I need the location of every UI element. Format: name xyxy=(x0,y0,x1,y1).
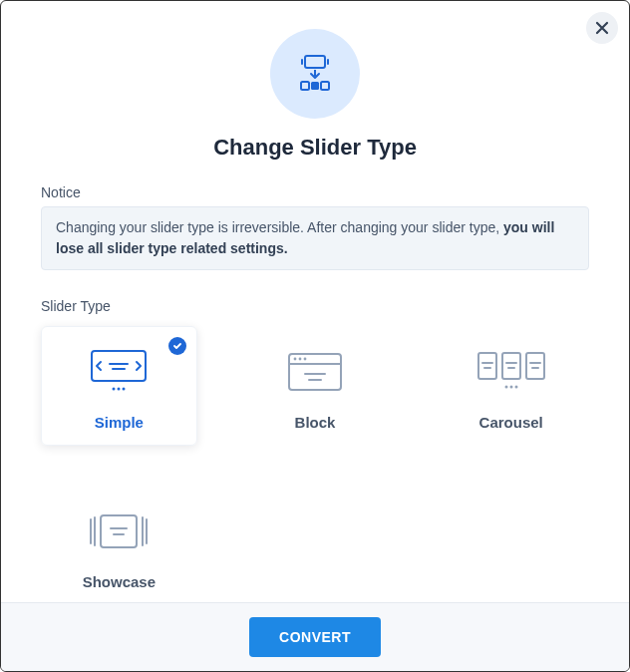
svg-point-14 xyxy=(304,357,307,360)
type-label: Carousel xyxy=(479,414,543,431)
modal-footer: CONVERT xyxy=(1,602,629,671)
slider-convert-icon xyxy=(291,50,339,98)
change-slider-type-modal: Change Slider Type Notice Changing your … xyxy=(0,0,630,672)
svg-rect-17 xyxy=(478,353,496,379)
close-icon xyxy=(595,21,609,35)
svg-rect-3 xyxy=(321,82,329,90)
svg-point-12 xyxy=(294,357,297,360)
modal-title: Change Slider Type xyxy=(41,135,589,161)
svg-rect-19 xyxy=(526,353,544,379)
notice-label: Notice xyxy=(41,184,589,200)
svg-rect-10 xyxy=(289,354,341,390)
svg-point-28 xyxy=(514,385,517,388)
slider-type-option-block[interactable]: Block xyxy=(237,326,394,446)
svg-rect-4 xyxy=(92,351,146,381)
slider-type-option-carousel[interactable]: Carousel xyxy=(433,326,589,446)
notice-text: Changing your slider type is irreversibl… xyxy=(56,219,503,235)
slider-type-grid: Simple Block xyxy=(41,326,589,602)
type-label: Block xyxy=(295,414,336,431)
svg-point-9 xyxy=(123,387,126,390)
svg-rect-18 xyxy=(502,353,520,379)
check-icon xyxy=(172,341,182,351)
svg-point-7 xyxy=(113,387,116,390)
close-button[interactable] xyxy=(586,12,618,44)
svg-rect-29 xyxy=(101,515,137,547)
slider-type-label: Slider Type xyxy=(41,298,589,314)
carousel-slider-icon xyxy=(474,342,548,402)
type-label: Showcase xyxy=(83,573,156,590)
svg-point-26 xyxy=(504,385,507,388)
svg-rect-1 xyxy=(301,82,309,90)
type-label: Simple xyxy=(95,414,144,431)
notice-box: Changing your slider type is irreversibl… xyxy=(41,206,589,270)
svg-point-27 xyxy=(509,385,512,388)
slider-type-option-showcase[interactable]: Showcase xyxy=(41,486,197,602)
modal-content: Change Slider Type Notice Changing your … xyxy=(1,1,629,602)
block-slider-icon xyxy=(283,342,347,402)
simple-slider-icon xyxy=(84,342,154,402)
svg-rect-2 xyxy=(311,82,319,90)
svg-point-13 xyxy=(299,357,302,360)
showcase-slider-icon xyxy=(85,502,153,561)
hero-icon-bg xyxy=(270,29,360,119)
slider-type-option-simple[interactable]: Simple xyxy=(41,326,197,446)
hero: Change Slider Type xyxy=(41,29,589,161)
selected-badge xyxy=(168,337,186,355)
convert-button[interactable]: CONVERT xyxy=(249,617,381,657)
svg-rect-0 xyxy=(305,56,325,68)
svg-point-8 xyxy=(118,387,121,390)
